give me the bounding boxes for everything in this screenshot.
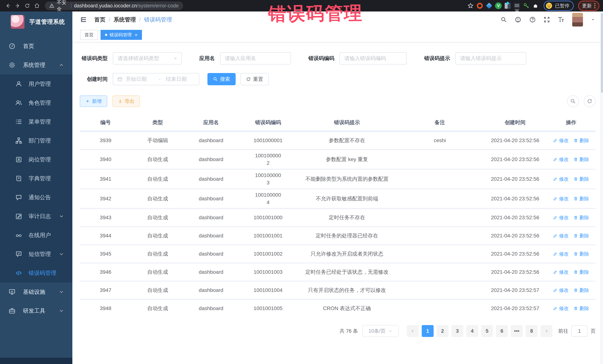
goto-page-input[interactable]	[571, 325, 588, 337]
page-button-8[interactable]: 8	[526, 325, 537, 337]
page-button-2[interactable]: 2	[437, 325, 448, 337]
sidebar-item-audit-log[interactable]: 审计日志	[0, 207, 72, 226]
error-hint-input[interactable]	[455, 52, 526, 65]
delete-button[interactable]: 删除	[573, 137, 589, 144]
tag-close-icon[interactable]: ×	[135, 33, 138, 37]
sidebar-item-sms[interactable]: 短信管理	[0, 245, 72, 264]
sidebar-item-user[interactable]: 用户管理	[0, 75, 72, 93]
sidebar-item-menu-list[interactable]: 菜单管理	[0, 112, 72, 131]
extension-icon-gem[interactable]	[485, 2, 493, 10]
breadcrumb-home[interactable]: 首页	[94, 16, 105, 23]
extension-icon-switcher[interactable]: on	[513, 2, 521, 10]
browser-reload-button[interactable]	[23, 1, 32, 10]
fullscreen-icon[interactable]	[544, 16, 550, 23]
delete-button[interactable]: 删除	[573, 250, 589, 258]
error-type-select[interactable]: 请选择错误码类型	[113, 52, 182, 65]
cell-error-code: 100100000 4	[238, 189, 298, 208]
sidebar-item-dept-tree[interactable]: 部门管理	[0, 131, 72, 150]
edit-button[interactable]: 修改	[553, 175, 569, 183]
sidebar-item-dict-book[interactable]: 字典管理	[0, 169, 72, 188]
reset-button[interactable]: 重置	[241, 73, 269, 85]
date-range-picker[interactable]: 开始日期 - 结束日期	[113, 73, 199, 85]
bookmark-star-icon[interactable]	[466, 2, 475, 10]
table-row: 3939 手动编辑 dashboard 1001000001 参数配置不存在 c…	[80, 131, 596, 149]
add-button[interactable]: 新增	[80, 95, 107, 107]
error-type-label: 错误码类型	[80, 55, 108, 62]
page-button-6[interactable]: 6	[496, 325, 508, 337]
refresh-table-button[interactable]	[584, 95, 596, 107]
sidebar-item-system-gear[interactable]: 系统管理	[0, 55, 72, 75]
page-button-4[interactable]: 4	[466, 325, 478, 337]
page-button-1[interactable]: 1	[422, 325, 434, 337]
extensions-puzzle-icon[interactable]	[531, 2, 540, 10]
sidebar-item-dashboard[interactable]: 首页	[0, 37, 72, 55]
trash-icon	[573, 270, 578, 274]
sidebar-item-role[interactable]: 角色管理	[0, 93, 72, 112]
edit-pencil-icon	[553, 288, 557, 292]
edit-button[interactable]: 修改	[553, 287, 569, 294]
toggle-search-button[interactable]	[567, 95, 579, 107]
browser-back-button[interactable]	[4, 1, 12, 10]
sidebar-item-notice[interactable]: 通知公告	[0, 188, 72, 207]
edit-button[interactable]: 修改	[553, 232, 569, 240]
error-code-icon	[15, 269, 23, 276]
prev-page-button[interactable]	[407, 325, 419, 337]
edit-button[interactable]: 修改	[553, 214, 569, 221]
delete-button[interactable]: 删除	[573, 156, 589, 163]
browser-profile-chip[interactable]: 已暂停	[544, 1, 574, 11]
sidebar-logo-row[interactable]: 芋道管理系统	[0, 11, 72, 32]
export-button[interactable]: 导出	[112, 95, 140, 107]
cell-operations: 修改 删除	[547, 212, 596, 223]
github-icon[interactable]	[515, 16, 521, 23]
page-button-3[interactable]: 3	[452, 325, 463, 337]
edit-button[interactable]: 修改	[553, 195, 569, 202]
browser-menu-kebab-icon[interactable]	[594, 3, 595, 8]
delete-button[interactable]: 删除	[573, 287, 589, 294]
search-button[interactable]: 搜索	[208, 73, 236, 85]
browser-forward-button[interactable]	[13, 1, 22, 10]
page-ellipsis-button[interactable]: •••	[511, 325, 523, 337]
scrollbar-thumb[interactable]	[601, 13, 603, 93]
cell-remark: ceshi	[396, 135, 484, 146]
edit-button[interactable]: 修改	[553, 250, 569, 258]
extension-icon-key[interactable]	[522, 2, 530, 10]
sidebar-item-infra[interactable]: 基础设施	[0, 282, 72, 301]
edit-button[interactable]: 修改	[553, 156, 569, 163]
edit-button[interactable]: 修改	[553, 137, 569, 144]
error-code-input[interactable]	[339, 52, 407, 65]
browser-home-button[interactable]	[33, 1, 41, 10]
breadcrumb-system[interactable]: 系统管理	[114, 16, 136, 23]
edit-button[interactable]: 修改	[553, 305, 569, 312]
sidebar-item-devtool[interactable]: 研发工具	[0, 301, 72, 320]
delete-button[interactable]: 删除	[573, 268, 589, 276]
browser-update-button[interactable]: 更新	[578, 1, 599, 11]
edit-pencil-icon	[553, 215, 557, 220]
help-icon[interactable]	[529, 16, 536, 23]
sidebar-item-online-users[interactable]: 在线用户	[0, 226, 72, 245]
user-avatar[interactable]	[572, 13, 583, 26]
delete-button[interactable]: 删除	[573, 232, 589, 240]
cell-remark	[396, 157, 484, 161]
sidebar-item-error-code[interactable]: 错误码管理	[0, 264, 72, 282]
tag-error-code[interactable]: 错误码管理 ×	[101, 30, 142, 40]
delete-button[interactable]: 删除	[573, 175, 589, 183]
header-search-icon[interactable]	[500, 16, 507, 23]
address-bar[interactable]: 不安全 dashboard.yudao.iocoder.cn/system/er…	[45, 1, 183, 10]
page-size-select[interactable]: 10条/页	[362, 325, 399, 337]
sidebar-item-post-badge[interactable]: 岗位管理	[0, 150, 72, 169]
extension-icon-orange[interactable]	[476, 2, 484, 10]
avatar-caret-down-icon[interactable]	[591, 17, 595, 22]
font-size-icon[interactable]	[558, 16, 564, 23]
page-button-5[interactable]: 5	[481, 325, 493, 337]
delete-button[interactable]: 删除	[573, 305, 589, 312]
next-page-button[interactable]	[541, 325, 552, 337]
extension-icon-grid[interactable]	[504, 2, 512, 10]
app-name-input[interactable]	[220, 52, 291, 65]
tag-home[interactable]: 首页	[80, 30, 98, 40]
delete-button[interactable]: 删除	[573, 214, 589, 221]
edit-button[interactable]: 修改	[553, 268, 569, 276]
page-scrollbar[interactable]	[600, 11, 603, 364]
hamburger-icon[interactable]	[80, 16, 87, 23]
delete-button[interactable]: 删除	[573, 195, 589, 202]
extension-icon-green[interactable]: V	[494, 2, 502, 10]
